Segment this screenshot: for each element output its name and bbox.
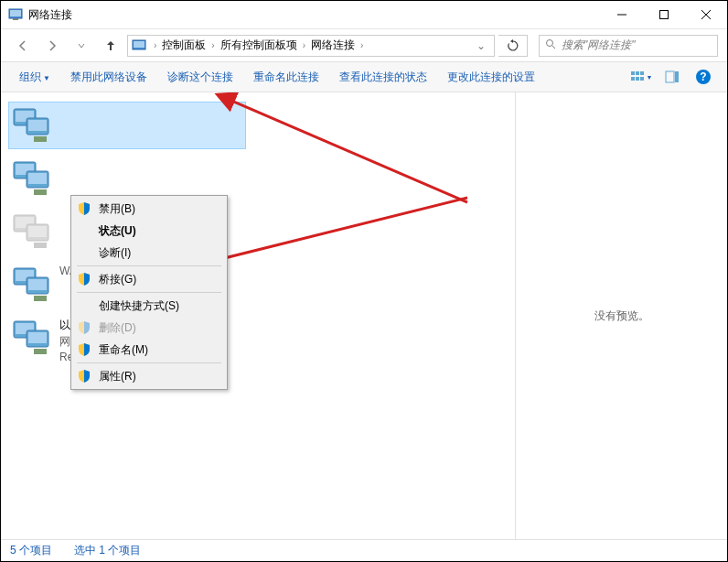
no-preview-text: 没有预览。	[594, 308, 649, 324]
item-count: 5 个项目	[10, 543, 52, 558]
window-title: 网络连接	[28, 7, 601, 23]
shield-icon	[77, 201, 91, 216]
chevron-right-icon[interactable]: ›	[360, 40, 363, 50]
statusbar: 5 个项目 选中 1 个项目	[1, 539, 727, 561]
network-adapter-icon	[10, 263, 54, 307]
context-menu: 禁用(B) 状态(U) 诊断(I) 桥接(G) 创建快捷方式(S) 删除(D) …	[70, 195, 228, 390]
svg-rect-25	[34, 136, 47, 142]
menu-shortcut[interactable]: 创建快捷方式(S)	[73, 295, 225, 317]
view-options-button[interactable]: ▼	[628, 65, 654, 89]
view-status-button[interactable]: 查看此连接的状态	[330, 66, 436, 89]
svg-rect-45	[34, 349, 47, 354]
up-button[interactable]	[98, 33, 123, 59]
svg-point-9	[547, 40, 553, 47]
chevron-right-icon[interactable]: ›	[154, 40, 156, 50]
svg-rect-44	[28, 332, 47, 343]
search-icon	[545, 38, 556, 52]
search-input[interactable]: 搜索"网络连接"	[539, 35, 718, 57]
shield-icon	[77, 320, 91, 335]
close-button[interactable]	[685, 1, 727, 28]
menu-diagnose[interactable]: 诊断(I)	[73, 242, 225, 264]
back-button[interactable]	[10, 33, 36, 59]
menu-delete: 删除(D)	[73, 317, 225, 339]
breadcrumb[interactable]: › 控制面板 › 所有控制面板项 › 网络连接 › ⌄	[127, 35, 495, 57]
svg-rect-11	[631, 71, 635, 75]
svg-rect-12	[636, 71, 639, 75]
organize-button[interactable]: 组织▼	[10, 66, 59, 89]
refresh-button[interactable]	[498, 35, 528, 57]
change-settings-button[interactable]: 更改此连接的设置	[438, 66, 544, 89]
svg-rect-39	[28, 279, 47, 290]
menu-rename[interactable]: 重命名(M)	[73, 339, 225, 361]
recent-dropdown[interactable]	[69, 33, 94, 59]
chevron-down-icon[interactable]: ⌄	[472, 39, 490, 52]
navbar: › 控制面板 › 所有控制面板项 › 网络连接 › ⌄ 搜索"网络连接"	[1, 28, 727, 61]
disable-device-button[interactable]: 禁用此网络设备	[61, 66, 156, 89]
titlebar: 网络连接	[1, 1, 727, 28]
svg-rect-14	[631, 77, 635, 81]
control-panel-icon	[132, 38, 146, 53]
svg-rect-35	[34, 243, 47, 248]
svg-rect-1	[10, 10, 21, 16]
network-adapter-icon	[10, 103, 54, 147]
svg-rect-16	[640, 77, 644, 81]
preview-pane: 没有预览。	[515, 92, 727, 539]
preview-pane-button[interactable]	[659, 65, 685, 89]
svg-rect-40	[34, 296, 47, 301]
shield-icon	[77, 369, 91, 384]
window-controls	[601, 1, 727, 28]
chevron-right-icon[interactable]: ›	[211, 40, 214, 50]
shield-icon	[77, 342, 91, 357]
svg-line-10	[552, 46, 555, 49]
svg-rect-17	[666, 71, 674, 82]
menu-separator	[77, 292, 221, 293]
svg-rect-18	[675, 71, 679, 82]
control-panel-icon	[8, 7, 23, 22]
svg-rect-4	[660, 11, 669, 19]
menu-separator	[77, 362, 221, 363]
menu-properties[interactable]: 属性(R)	[73, 365, 225, 387]
svg-rect-34	[28, 226, 47, 237]
svg-rect-13	[640, 71, 644, 75]
svg-rect-15	[636, 77, 639, 81]
forward-button[interactable]	[39, 33, 65, 59]
menu-bridge[interactable]: 桥接(G)	[73, 268, 225, 290]
breadcrumb-item[interactable]: 所有控制面板项	[219, 38, 299, 53]
menu-disable[interactable]: 禁用(B)	[73, 198, 225, 220]
svg-rect-2	[13, 18, 18, 20]
network-adapter-icon	[10, 316, 54, 360]
svg-rect-8	[134, 41, 145, 48]
svg-rect-24	[28, 120, 47, 131]
minimize-button[interactable]	[601, 1, 643, 28]
breadcrumb-item[interactable]: 网络连接	[309, 38, 357, 53]
chevron-right-icon[interactable]: ›	[303, 40, 305, 50]
rename-button[interactable]: 重命名此连接	[244, 66, 328, 89]
svg-rect-30	[34, 189, 47, 195]
network-adapter-icon	[10, 157, 54, 200]
toolbar: 组织▼ 禁用此网络设备 诊断这个连接 重命名此连接 查看此连接的状态 更改此连接…	[1, 61, 727, 92]
search-placeholder: 搜索"网络连接"	[562, 38, 636, 53]
help-button[interactable]: ?	[691, 65, 716, 89]
menu-separator	[77, 265, 221, 266]
menu-status[interactable]: 状态(U)	[73, 220, 225, 242]
network-adapter-disabled-icon	[10, 210, 54, 254]
connection-item[interactable]	[8, 102, 246, 149]
content-area: WAN Miniport (PPTP) 以太网 网络 4 Realtek PCI…	[1, 92, 727, 539]
maximize-button[interactable]	[643, 1, 685, 28]
svg-text:?: ?	[700, 70, 706, 83]
diagnose-button[interactable]: 诊断这个连接	[158, 66, 242, 89]
shield-icon	[77, 272, 91, 286]
breadcrumb-item[interactable]: 控制面板	[160, 38, 208, 53]
svg-rect-29	[28, 173, 47, 184]
selected-count: 选中 1 个项目	[74, 543, 141, 558]
